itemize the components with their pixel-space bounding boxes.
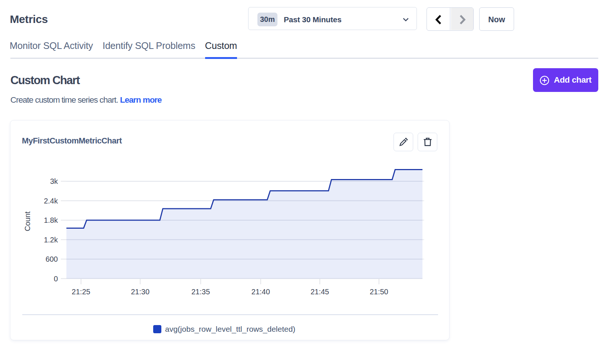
- svg-text:avg(jobs_row_level_ttl_rows_de: avg(jobs_row_level_ttl_rows_deleted): [165, 325, 295, 334]
- svg-text:21:40: 21:40: [251, 288, 270, 296]
- svg-text:21:30: 21:30: [131, 288, 149, 296]
- svg-text:21:25: 21:25: [72, 288, 90, 296]
- svg-text:1.2k: 1.2k: [44, 236, 58, 244]
- svg-text:2.4k: 2.4k: [44, 197, 58, 205]
- svg-text:600: 600: [46, 255, 58, 263]
- svg-text:3k: 3k: [50, 177, 58, 185]
- svg-text:21:50: 21:50: [370, 288, 388, 296]
- svg-text:21:35: 21:35: [191, 288, 210, 296]
- svg-text:Count: Count: [23, 211, 32, 231]
- svg-text:1.8k: 1.8k: [44, 216, 58, 224]
- svg-text:0: 0: [54, 275, 58, 283]
- svg-text:21:45: 21:45: [310, 288, 329, 296]
